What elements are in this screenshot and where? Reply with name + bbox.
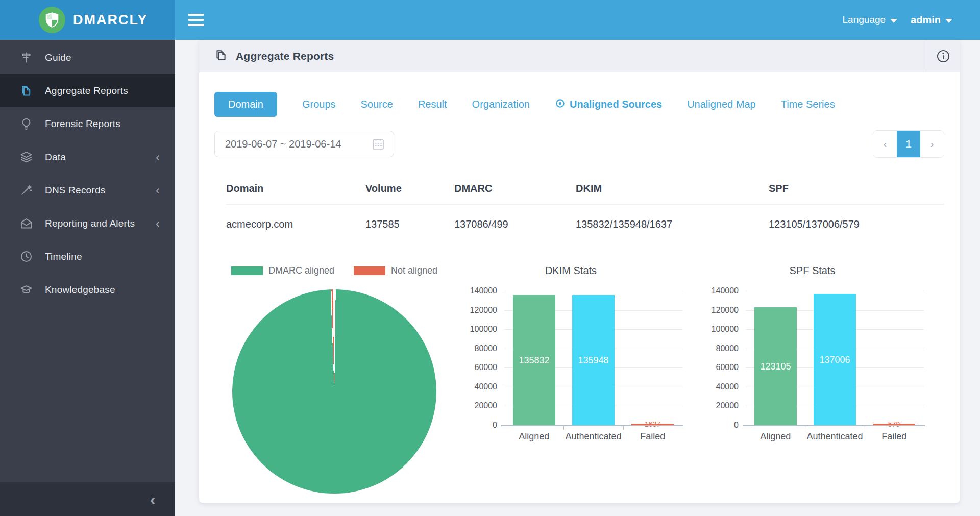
y-axis-tick-label: 140000 [712,286,739,296]
spf-stats-bar-chart: SPF Stats0200004000060000800001000001200… [701,265,924,494]
y-axis-tick-label: 60000 [716,363,739,372]
pagination-next-button[interactable]: › [920,131,944,157]
y-axis-tick-label: 80000 [716,344,739,353]
x-axis-tick [564,426,564,430]
bar-value-label: 135832 [519,355,549,365]
x-axis-label-aligned: Aligned [746,431,805,442]
y-axis-tick-label: 20000 [716,401,739,410]
tab-label: Result [418,99,447,110]
x-axis-labels: AlignedAuthenticatedFailed [746,431,924,442]
tab-label: Organization [472,99,530,110]
sidebar-item-label: Reporting and Alerts [45,218,135,229]
table-row[interactable]: acmecorp.com137585137086/499135832/13594… [226,205,944,243]
y-axis-tick-label: 80000 [475,344,498,353]
chevron-left-icon: ‹ [156,217,160,230]
y-axis-tick-label: 0 [734,421,739,430]
copy-pages-icon [18,83,34,99]
y-axis-tick-label: 20000 [475,401,498,410]
x-axis-tick [865,426,865,430]
y-axis-tick-label: 40000 [475,382,498,391]
sidebar-collapse-button[interactable]: ‹ [0,482,175,516]
card-header-title-group: Aggregate Reports [199,48,926,64]
sidebar-item-aggregate-reports[interactable]: Aggregate Reports [0,74,175,107]
chevron-down-icon [890,19,897,23]
tab-label: Unaligned Sources [570,99,662,110]
signpost-icon [18,50,34,65]
x-axis-tick [623,426,624,430]
tab-result[interactable]: Result [418,99,447,110]
card-header: Aggregate Reports [199,40,960,72]
sidebar-item-label: Aggregate Reports [45,85,128,96]
pagination-page-1-button[interactable]: 1 [897,131,920,157]
y-axis-tick-label: 120000 [712,306,739,315]
sidebar-item-label: Data [45,152,66,163]
tab-time-series[interactable]: Time Series [781,99,835,110]
pagination-prev-button[interactable]: ‹ [873,131,897,157]
legend-item-not-aligned: Not aligned [354,265,437,276]
table-cell: 137585 [365,218,454,230]
graduation-cap-icon [18,282,34,298]
bar-value-label: 137006 [819,354,850,365]
x-axis-labels: AlignedAuthenticatedFailed [504,431,682,442]
report-tabs: DomainGroupsSourceResultOrganizationUnal… [214,92,944,117]
aggregate-reports-card: Aggregate Reports DomainGroupsSourceResu… [199,40,960,503]
table-cell: 135832/135948/1637 [576,218,769,230]
legend-swatch [354,266,385,275]
chart-title: SPF Stats [701,265,924,278]
sidebar-item-data[interactable]: Data‹ [0,140,175,174]
y-axis-tick-label: 120000 [470,306,497,315]
x-axis-label-authenticated: Authenticated [805,431,864,442]
layers-icon [18,150,34,165]
column-header-volume: Volume [365,183,454,194]
menu-toggle-button[interactable] [188,14,204,26]
lightbulb-icon [18,116,34,132]
tab-label: Groups [302,99,336,110]
sidebar-item-guide[interactable]: Guide [0,41,175,74]
bar-failed [631,424,674,425]
tab-label: Domain [228,99,263,110]
legend-swatch [231,266,263,275]
sidebar-item-label: Forensic Reports [45,118,120,130]
chevron-down-icon [945,19,952,23]
tab-unaligned-sources[interactable]: Unaligned Sources [555,98,662,111]
filter-row: 2019-06-07 ~ 2019-06-14 ‹ 1 › [214,130,944,158]
sidebar-item-forensic-reports[interactable]: Forensic Reports [0,107,175,140]
dmarc-pie-block: DMARC alignedNot aligned [214,265,454,494]
dkim-stats-bar-chart: DKIM Stats020000400006000080000100000120… [459,265,682,494]
tab-label: Time Series [781,99,835,110]
y-axis-tick-label: 100000 [470,325,497,334]
card-body: DomainGroupsSourceResultOrganizationUnal… [199,92,960,494]
top-bar: DMARCLY Language admin [0,0,980,40]
y-axis-tick-label: 0 [493,421,497,430]
top-bar-controls: Language admin [843,14,952,26]
shield-logo-icon [39,7,65,33]
tab-groups[interactable]: Groups [302,99,336,110]
x-axis-label-failed: Failed [623,431,682,442]
tab-organization[interactable]: Organization [472,99,530,110]
bar-authenticated: 135948 [572,295,615,425]
legend-label: DMARC aligned [268,265,334,276]
column-header-spf: SPF [769,183,944,194]
bar-value-label: 135948 [578,355,608,365]
chevron-left-icon: ‹ [150,489,156,509]
sidebar: GuideAggregate ReportsForensic ReportsDa… [0,40,175,516]
tab-unaligned-map[interactable]: Unaligned Map [687,99,756,110]
sidebar-item-knowledgebase[interactable]: Knowledgebase [0,273,175,306]
x-axis-label-authenticated: Authenticated [564,431,623,442]
sidebar-item-dns-records[interactable]: DNS Records‹ [0,174,175,207]
language-dropdown[interactable]: Language [843,14,898,26]
brand-name: DMARCLY [73,12,148,28]
column-header-dmarc: DMARC [454,183,576,194]
legend-label: Not aligned [391,265,437,276]
sidebar-item-reporting-and-alerts[interactable]: Reporting and Alerts‹ [0,207,175,240]
y-axis-tick-label: 140000 [470,286,497,296]
tab-source[interactable]: Source [361,99,393,110]
pie-legend: DMARC alignedNot aligned [214,265,454,276]
sidebar-item-timeline[interactable]: Timeline [0,240,175,273]
envelope-open-icon [18,216,34,231]
user-dropdown[interactable]: admin [911,14,952,26]
tab-domain[interactable]: Domain [214,92,277,117]
aggregate-report-table: DomainVolumeDMARCDKIMSPFacmecorp.com1375… [214,173,944,243]
date-range-input[interactable]: 2019-06-07 ~ 2019-06-14 [214,131,394,157]
info-button[interactable] [926,40,960,72]
